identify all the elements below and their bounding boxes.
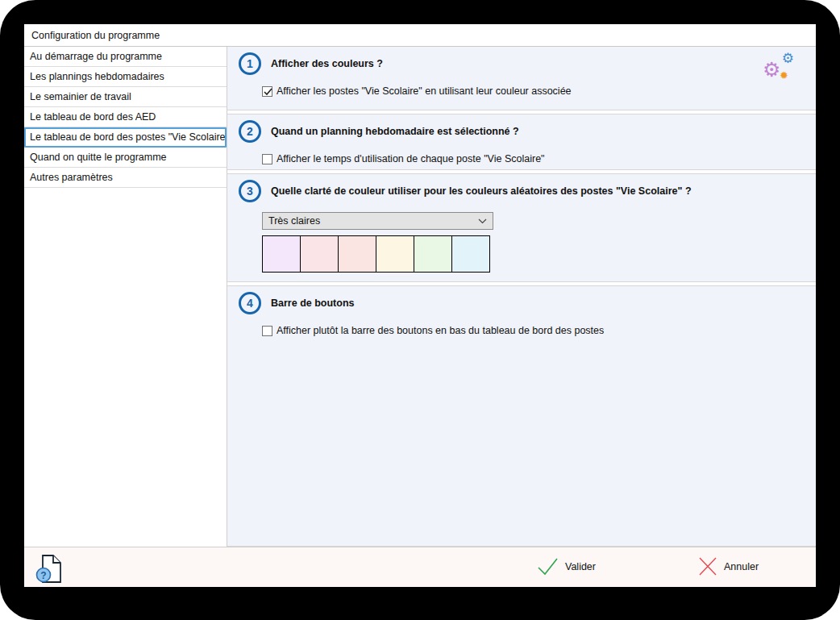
settings-category-sidebar: Au démarrage du programme Les plannings … bbox=[24, 47, 227, 547]
color-swatch bbox=[338, 235, 376, 273]
checkmark-icon bbox=[537, 556, 559, 576]
step-4-badge: 4 bbox=[239, 292, 261, 314]
lightness-select[interactable]: Très claires bbox=[262, 212, 493, 230]
sidebar-item-work-week[interactable]: Le semainier de travail bbox=[24, 87, 227, 107]
sidebar-item-weekly-plannings[interactable]: Les plannings hebdomadaires bbox=[24, 67, 227, 87]
step-1-badge: 1 bbox=[239, 52, 261, 75]
chevron-down-icon bbox=[478, 218, 487, 224]
show-usage-time-checkbox[interactable] bbox=[262, 154, 272, 164]
color-preview-swatches bbox=[262, 235, 816, 273]
svg-text:?: ? bbox=[40, 570, 46, 581]
gear-purple-icon: ⚙ bbox=[763, 58, 780, 81]
section-button-bar: 4 Barre de boutons Afficher plutôt la ba… bbox=[227, 285, 816, 547]
screenshot-frame: Configuration du programme Au démarrage … bbox=[0, 0, 840, 620]
validate-button[interactable]: Valider bbox=[537, 556, 596, 576]
button-bar-bottom-checkbox[interactable] bbox=[262, 326, 272, 336]
gear-blue-icon: ⚙ bbox=[782, 50, 794, 67]
cancel-label: Annuler bbox=[724, 561, 759, 572]
sidebar-item-startup[interactable]: Au démarrage du programme bbox=[24, 47, 227, 67]
help-document-icon[interactable]: ? bbox=[35, 553, 63, 584]
show-colors-checkbox[interactable] bbox=[262, 86, 272, 97]
cross-icon bbox=[698, 556, 717, 576]
sidebar-item-quit-program[interactable]: Quand on quitte le programme bbox=[24, 148, 227, 168]
show-usage-time-label: Afficher le temps d'utilisation de chaqu… bbox=[277, 153, 545, 164]
settings-panel: 1 Afficher des couleurs ? Afficher les p… bbox=[227, 47, 816, 547]
color-swatch bbox=[300, 235, 339, 273]
show-colors-label: Afficher les postes "Vie Scolaire" en ut… bbox=[277, 85, 572, 97]
content-area: Au démarrage du programme Les plannings … bbox=[24, 47, 816, 547]
section-planning-selected: 2 Quand un planning hebdomadaire est sél… bbox=[227, 114, 816, 170]
sidebar-item-other-settings[interactable]: Autres paramètres bbox=[24, 168, 227, 188]
color-swatch bbox=[414, 235, 452, 273]
color-swatch bbox=[451, 235, 490, 273]
section-4-heading: Barre de boutons bbox=[271, 298, 355, 309]
step-2-badge: 2 bbox=[239, 120, 261, 143]
footer-bar: ? Valider Annuler bbox=[24, 547, 816, 587]
section-2-heading: Quand un planning hebdomadaire est sélec… bbox=[271, 126, 519, 137]
sidebar-item-aed-dashboard[interactable]: Le tableau de bord des AED bbox=[24, 107, 227, 127]
color-swatch bbox=[262, 235, 301, 273]
section-colors: 1 Afficher des couleurs ? Afficher les p… bbox=[227, 47, 816, 110]
step-3-badge: 3 bbox=[239, 180, 261, 202]
sidebar-item-vie-scolaire-dashboard[interactable]: Le tableau de bord des postes "Vie Scola… bbox=[24, 127, 227, 148]
button-bar-bottom-label: Afficher plutôt la barre des boutons en … bbox=[277, 325, 604, 336]
window-titlebar: Configuration du programme bbox=[24, 24, 816, 47]
sparkle-icon: ✹ bbox=[780, 69, 788, 81]
validate-label: Valider bbox=[565, 561, 596, 572]
window-title: Configuration du programme bbox=[31, 30, 160, 41]
section-1-heading: Afficher des couleurs ? bbox=[271, 58, 383, 69]
section-color-lightness: 3 Quelle clarté de couleur utiliser pour… bbox=[227, 173, 816, 282]
section-3-heading: Quelle clarté de couleur utiliser pour l… bbox=[271, 185, 692, 197]
lightness-select-value: Très claires bbox=[268, 215, 320, 227]
gears-settings-icon: ⚙ ⚙ ✹ bbox=[763, 53, 796, 87]
color-swatch bbox=[376, 235, 414, 273]
configuration-window: Configuration du programme Au démarrage … bbox=[24, 24, 816, 587]
cancel-button[interactable]: Annuler bbox=[698, 556, 759, 576]
